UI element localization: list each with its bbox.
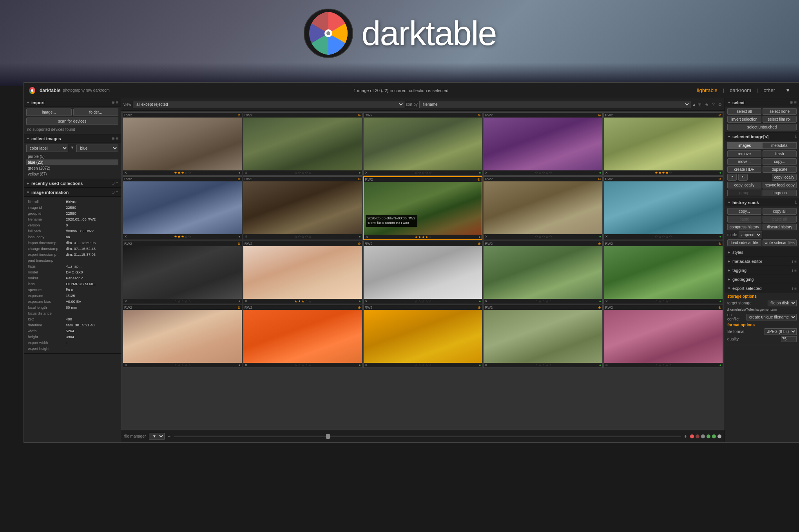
select-film-roll-button[interactable]: select film roll: [763, 116, 797, 123]
list-item[interactable]: RW2 ⊗ ✕ ☆☆☆☆☆ ●: [363, 112, 483, 176]
grey-filter-dot[interactable]: [701, 434, 705, 438]
copy-all-history-button[interactable]: copy all: [763, 208, 797, 215]
collect-item-yellow[interactable]: yellow (87): [26, 171, 118, 177]
collect-item-green[interactable]: green (2072): [26, 165, 118, 171]
select-all-button[interactable]: select all: [727, 108, 761, 115]
write-sidecar-button[interactable]: write sidecar files: [763, 239, 797, 246]
move-button[interactable]: move...: [727, 158, 761, 165]
list-item[interactable]: RW2 ⊗ ✕ ☆☆☆☆☆ ●: [243, 305, 362, 368]
rotate-ccw-button[interactable]: ↺: [727, 174, 737, 181]
list-item[interactable]: RW2 ⊗ ✕ ☆☆☆☆☆ ●: [483, 305, 603, 368]
zoom-in-icon[interactable]: +: [684, 434, 687, 439]
reject-icon[interactable]: ✕: [365, 235, 368, 239]
copy-locally-button[interactable]: copy locally: [727, 182, 761, 188]
mode-select[interactable]: append: [739, 232, 762, 238]
ungroup-button[interactable]: ungroup: [763, 190, 797, 196]
reject-icon[interactable]: ✕: [605, 363, 608, 367]
scan-devices-button[interactable]: scan for devices: [26, 118, 118, 125]
compress-history-button[interactable]: compress history: [727, 224, 761, 230]
geotagging-header[interactable]: ► geotagging: [725, 275, 799, 284]
list-item[interactable]: RW2 ⊗ ✕ ☆☆☆☆☆ ●: [243, 112, 362, 176]
export-header[interactable]: ▼ export selected ℹ ≡: [725, 284, 799, 293]
select-section-header[interactable]: ▼ select ⊕ ≡: [725, 98, 799, 107]
reject-icon[interactable]: ✕: [605, 171, 608, 175]
tagging-header[interactable]: ► tagging ℹ ≡: [725, 266, 799, 275]
reject-icon[interactable]: ✕: [485, 363, 488, 367]
list-item[interactable]: RW2 ⊗ ✕ ☆☆☆☆☆ ●: [483, 112, 603, 176]
reset-rotation-button[interactable]: copy locally: [772, 174, 797, 181]
list-item[interactable]: RW2 ⊗ ✕ ☆☆☆☆☆ ●: [603, 176, 723, 240]
history-header[interactable]: ▼ history stack ℹ: [725, 198, 799, 206]
reject-icon[interactable]: ✕: [365, 363, 368, 367]
select-none-button[interactable]: select none: [763, 108, 797, 115]
duplicate-button[interactable]: duplicate: [763, 166, 797, 173]
reject-icon[interactable]: ✕: [485, 299, 488, 303]
list-item[interactable]: RW2 ⊗ ✕ ★★★★☆ ●: [603, 112, 723, 176]
styles-header[interactable]: ► styles: [725, 248, 799, 257]
list-item[interactable]: RW2 ⊗ ✕ ☆☆☆☆☆ ●: [603, 305, 723, 368]
reject-icon[interactable]: ✕: [245, 299, 248, 303]
help-icon[interactable]: ?: [712, 102, 715, 107]
nav-dropdown[interactable]: ▼: [781, 86, 795, 95]
list-item[interactable]: RW2 ⊗ ✕ ☆☆☆☆☆ ●: [603, 241, 723, 304]
zoom-slider[interactable]: [174, 436, 681, 437]
reject-icon[interactable]: ✕: [245, 171, 248, 175]
metadata-header[interactable]: ► metadata editor ℹ ≡: [725, 257, 799, 266]
tab-images-button[interactable]: images: [727, 142, 762, 149]
copy-history-button[interactable]: copy...: [727, 208, 761, 215]
nav-lighttable[interactable]: lighttable: [692, 86, 722, 95]
list-item[interactable]: RW2 ⊗ 2020-05-30-Bièvre-03:06.RW21/125 f…: [363, 176, 483, 240]
list-item[interactable]: RW2 ⊕ ✕ ★★★☆☆ ●: [243, 241, 362, 304]
file-format-select[interactable]: JPEG (8-bit): [765, 328, 797, 335]
list-item[interactable]: RW2 ⊗ ✕ ☆☆☆☆☆ ●: [483, 176, 603, 240]
reject-icon[interactable]: ✕: [605, 235, 608, 239]
collect-item-purple[interactable]: purple (5): [26, 154, 118, 159]
group-button[interactable]: group: [727, 190, 761, 196]
filter-select[interactable]: all except rejected: [133, 101, 404, 108]
reject-icon[interactable]: ✕: [124, 363, 127, 367]
list-item[interactable]: RW2 ⊗ ✕ ☆☆☆☆☆ ●: [363, 305, 483, 368]
green-filter-dot[interactable]: [707, 434, 710, 438]
trash-button[interactable]: trash: [763, 150, 797, 157]
remove-button[interactable]: remove: [727, 150, 761, 157]
zoom-out-icon[interactable]: −: [168, 434, 170, 439]
white-filter-dot[interactable]: [717, 434, 721, 438]
target-storage-select[interactable]: file on disk: [768, 300, 797, 306]
load-sidecar-button[interactable]: load sidecar file: [727, 239, 761, 246]
settings-icon[interactable]: ⚙: [718, 102, 722, 107]
file-manager-select[interactable]: ▼: [149, 433, 165, 440]
reject-icon[interactable]: ✕: [485, 235, 488, 239]
reject-icon[interactable]: ✕: [365, 171, 368, 175]
collect-field-select[interactable]: color label: [26, 145, 68, 152]
collect-item-blue[interactable]: blue (20): [26, 159, 118, 165]
image-import-button[interactable]: image...: [26, 109, 72, 116]
create-hdr-button[interactable]: create HDR: [727, 166, 761, 173]
red-filter-dot[interactable]: [696, 434, 699, 438]
list-item[interactable]: RW2 ⊗ ✕ ☆☆☆☆☆ ●: [123, 241, 242, 304]
collect-value-select[interactable]: blue: [76, 145, 118, 152]
reject-icon[interactable]: ✕: [124, 299, 127, 303]
reject-icon[interactable]: ✕: [245, 235, 248, 239]
green2-filter-dot[interactable]: [712, 434, 716, 438]
image-info-header[interactable]: ▼ image information ⊕ ≡: [24, 188, 121, 197]
tab-metadata-button[interactable]: metadata: [762, 142, 797, 149]
paste-all-history-button[interactable]: paste all: [763, 216, 797, 223]
reject-icon[interactable]: ✕: [605, 299, 608, 303]
folder-import-button[interactable]: folder...: [73, 109, 119, 116]
recently-section-header[interactable]: ► recently used collections ⊕ ≡: [24, 179, 121, 188]
list-item[interactable]: RW2 ⊗ ✕ ☆☆☆☆☆ ●: [123, 305, 242, 368]
reject-icon[interactable]: ✕: [124, 235, 127, 239]
nav-darkroom[interactable]: darkroom: [725, 86, 756, 95]
list-item[interactable]: RW2 ⊗ ✕ ☆☆☆☆☆ ●: [483, 241, 603, 304]
reject-icon[interactable]: ✕: [365, 299, 368, 303]
discard-history-button[interactable]: discard history: [763, 224, 797, 230]
invert-selection-button[interactable]: invert selection: [727, 116, 761, 123]
grid-icon[interactable]: ⊞: [698, 102, 701, 107]
resync-button[interactable]: resync local copy: [763, 182, 797, 188]
quality-input[interactable]: [781, 336, 797, 342]
selected-images-header[interactable]: ▼ selected image[s] ℹ: [725, 132, 799, 141]
paste-history-button[interactable]: paste: [727, 216, 761, 223]
list-item[interactable]: RW2 ⊗ ✕ ★★★☆☆ ●: [123, 112, 242, 176]
sort-asc-icon[interactable]: ▲: [692, 102, 696, 107]
star-icon[interactable]: ★: [705, 102, 709, 107]
